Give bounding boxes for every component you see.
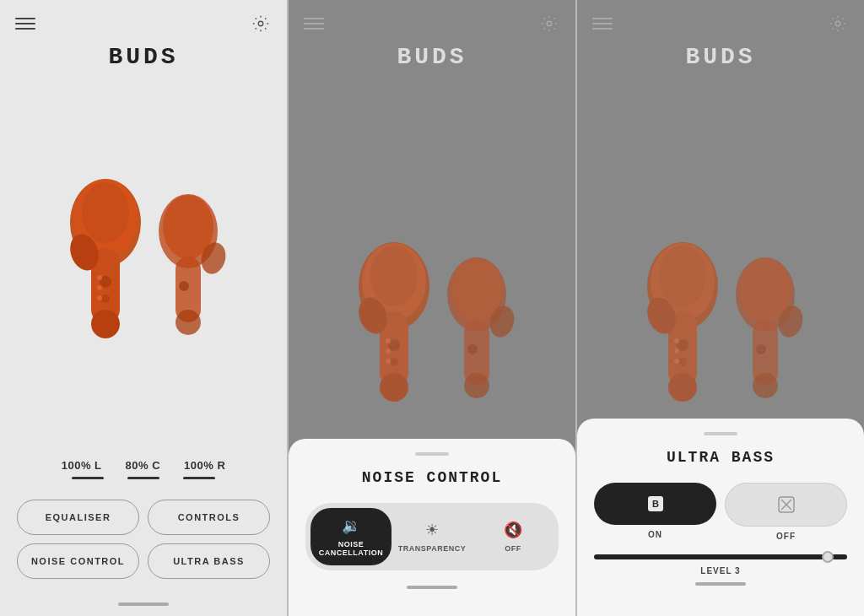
svg-point-8 bbox=[97, 275, 102, 280]
settings-icon[interactable] bbox=[251, 14, 272, 34]
noise-off-icon: 🔇 bbox=[504, 521, 522, 539]
ultra-bass-off-btn[interactable]: OFF bbox=[725, 483, 847, 541]
svg-point-33 bbox=[464, 373, 489, 398]
ultra-bass-button[interactable]: ULTRA BASS bbox=[148, 543, 270, 579]
svg-point-39 bbox=[659, 246, 706, 306]
battery-bar-right bbox=[183, 477, 215, 479]
noise-control-title: NOISE CONTROL bbox=[305, 469, 559, 486]
ultra-bass-on-btn[interactable]: B ON bbox=[594, 483, 716, 541]
bass-off-icon bbox=[777, 495, 796, 514]
svg-text:B: B bbox=[652, 499, 659, 509]
ultra-bass-sheet: ULTRA BASS B ON bbox=[577, 419, 864, 616]
panel3-title: BUDS bbox=[577, 44, 864, 70]
panel1-battery: 100% L 80% C 100% R bbox=[0, 452, 287, 477]
svg-point-18 bbox=[547, 21, 552, 26]
earbuds-illustration bbox=[51, 155, 236, 375]
panel1-title: BUDS bbox=[0, 44, 287, 70]
panel-ultra-bass: BUDS bbox=[577, 0, 864, 616]
panel2-topbar bbox=[289, 0, 575, 41]
ultra-bass-off-label: OFF bbox=[776, 532, 796, 541]
panel2-bottom-indicator bbox=[407, 586, 457, 589]
battery-center: 80% C bbox=[126, 459, 161, 472]
panel2-bottom-bar bbox=[305, 579, 559, 599]
panel-main: BUDS bbox=[0, 0, 287, 616]
svg-point-46 bbox=[674, 359, 679, 364]
ultra-bass-title: ULTRA BASS bbox=[594, 449, 847, 466]
ultra-bass-on-inner[interactable]: B bbox=[594, 483, 716, 525]
level-slider-track[interactable] bbox=[594, 554, 847, 559]
svg-point-36 bbox=[835, 21, 840, 26]
svg-point-10 bbox=[97, 295, 102, 300]
panel3-topbar bbox=[577, 0, 864, 41]
equaliser-button[interactable]: EQUALISER bbox=[17, 500, 139, 535]
noise-control-button[interactable]: NOISE CONTROL bbox=[17, 543, 139, 579]
svg-point-43 bbox=[678, 358, 687, 366]
level-section: LEVEL 3 bbox=[594, 554, 847, 575]
ultra-bass-sheet-handle bbox=[704, 432, 737, 435]
panel3-menu-icon[interactable] bbox=[592, 14, 613, 34]
noise-cancel-icon: 🔉 bbox=[342, 516, 360, 535]
svg-point-16 bbox=[179, 281, 189, 291]
panel1-topbar bbox=[0, 0, 287, 41]
menu-icon[interactable] bbox=[15, 14, 35, 34]
svg-point-44 bbox=[674, 338, 679, 343]
battery-bar-center bbox=[127, 477, 159, 479]
panel1-bottom-indicator bbox=[118, 602, 169, 606]
level-label: LEVEL 3 bbox=[594, 566, 847, 575]
panel2-earbuds-illustration bbox=[339, 219, 525, 438]
svg-point-27 bbox=[386, 349, 391, 354]
transparency-option[interactable]: ☀ TRANSPARENCY bbox=[392, 512, 472, 561]
ultra-bass-on-label: ON bbox=[648, 530, 662, 539]
ultra-bass-off-inner[interactable] bbox=[725, 483, 847, 527]
bass-on-icon: B bbox=[646, 494, 665, 513]
noise-cancel-label: NOISECANCELLATION bbox=[319, 540, 383, 557]
panel3-settings-icon[interactable] bbox=[829, 14, 849, 34]
panel1-bottom-bar bbox=[0, 596, 287, 616]
panel2-menu-icon[interactable] bbox=[304, 14, 324, 34]
panel3-bottom-indicator bbox=[695, 582, 746, 586]
panel3-earbuds-illustration bbox=[628, 219, 813, 438]
noise-options-group: 🔉 NOISECANCELLATION ☀ TRANSPARENCY 🔇 OFF bbox=[305, 503, 559, 570]
svg-point-28 bbox=[386, 359, 391, 364]
svg-point-25 bbox=[390, 358, 398, 366]
battery-right: 100% R bbox=[184, 459, 225, 472]
panel2-title: BUDS bbox=[289, 44, 575, 70]
battery-left: 100% L bbox=[62, 459, 102, 472]
svg-point-9 bbox=[97, 285, 102, 290]
noise-off-option[interactable]: 🔇 OFF bbox=[472, 512, 554, 561]
ultra-bass-toggles: B ON OFF bbox=[594, 483, 847, 541]
panel-noise-control: BUDS bbox=[289, 0, 575, 616]
svg-point-52 bbox=[756, 344, 766, 354]
svg-point-45 bbox=[674, 349, 679, 354]
noise-cancellation-option[interactable]: 🔉 NOISECANCELLATION bbox=[310, 508, 392, 565]
svg-point-21 bbox=[370, 246, 418, 306]
transparency-label: TRANSPARENCY bbox=[398, 544, 466, 553]
noise-control-sheet: NOISE CONTROL 🔉 NOISECANCELLATION ☀ TRAN… bbox=[289, 439, 575, 616]
noise-off-label: OFF bbox=[505, 544, 521, 553]
svg-point-41 bbox=[668, 373, 697, 402]
level-slider-thumb[interactable] bbox=[822, 551, 834, 563]
panel1-earbuds bbox=[0, 77, 287, 452]
panel3-bottom-bar bbox=[594, 575, 847, 596]
transparency-icon: ☀ bbox=[425, 521, 439, 539]
svg-point-15 bbox=[176, 310, 201, 335]
sheet-handle bbox=[415, 452, 449, 456]
panel2-settings-icon[interactable] bbox=[540, 14, 560, 34]
svg-point-26 bbox=[386, 338, 391, 343]
svg-point-34 bbox=[467, 344, 478, 354]
svg-point-0 bbox=[258, 21, 263, 26]
svg-point-51 bbox=[753, 373, 778, 398]
panel1-battery-bars bbox=[0, 477, 287, 489]
svg-point-3 bbox=[82, 182, 129, 243]
controls-button[interactable]: CONTROLS bbox=[148, 500, 270, 535]
battery-bar-left bbox=[72, 477, 104, 479]
svg-point-7 bbox=[101, 294, 110, 303]
panel1-buttons: EQUALISER CONTROLS NOISE CONTROL ULTRA B… bbox=[0, 489, 287, 596]
svg-point-23 bbox=[380, 373, 408, 402]
svg-point-5 bbox=[91, 310, 120, 338]
